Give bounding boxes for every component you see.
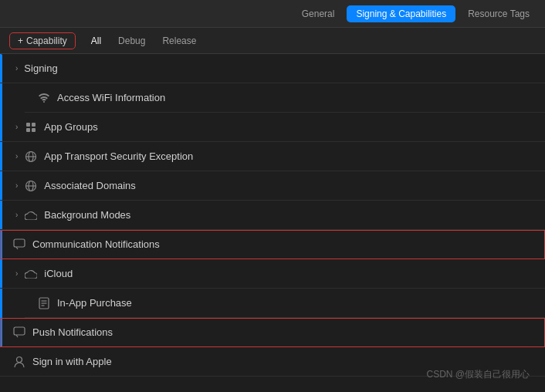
- push-bubble-icon: [12, 326, 26, 340]
- capability-push-notifications[interactable]: Push Notifications: [0, 318, 545, 347]
- capability-app-transport[interactable]: › App Transport Security Exception: [0, 142, 545, 171]
- svg-rect-2: [26, 128, 30, 132]
- filter-bar: + Capability All Debug Release: [0, 28, 545, 54]
- globe2-icon: [24, 179, 38, 193]
- cap-label-communication-notifications: Communication Notifications: [32, 238, 160, 250]
- capability-in-app-purchase[interactable]: In-App Purchase: [25, 289, 545, 318]
- svg-rect-0: [26, 123, 30, 127]
- cap-label-push-notifications: Push Notifications: [32, 326, 113, 338]
- bubble-icon: [12, 238, 26, 252]
- tab-resource-tags[interactable]: Resource Tags: [459, 5, 539, 22]
- cap-label-app-groups: App Groups: [44, 121, 97, 133]
- top-bar: General Signing & Capabilities Resource …: [0, 0, 545, 28]
- cap-label-associated-domains: Associated Domains: [44, 180, 136, 191]
- plus-icon: +: [18, 35, 23, 46]
- filter-debug[interactable]: Debug: [110, 33, 153, 49]
- chevron-icon: ›: [15, 269, 18, 278]
- svg-rect-15: [14, 327, 25, 335]
- cap-label-access-wifi: Access WiFi Information: [57, 92, 165, 103]
- icloud-icon: [24, 267, 38, 281]
- cap-label-sign-in-apple: Sign in with Apple: [32, 356, 112, 367]
- capability-communication-notifications[interactable]: Communication Notifications: [0, 230, 545, 259]
- cap-label-app-transport: App Transport Security Exception: [44, 150, 193, 162]
- capability-access-wifi[interactable]: Access WiFi Information: [25, 83, 545, 113]
- chevron-icon: ›: [15, 181, 18, 190]
- capability-icloud[interactable]: › iCloud: [0, 259, 545, 289]
- add-capability-label: Capability: [26, 35, 67, 46]
- cap-label-signing: Signing: [24, 63, 57, 74]
- capability-signing[interactable]: › Signing: [0, 54, 545, 83]
- capability-background-modes[interactable]: › Background Modes: [0, 201, 545, 230]
- chevron-icon: ›: [15, 152, 18, 161]
- chevron-icon: ›: [15, 64, 18, 73]
- filter-release[interactable]: Release: [154, 33, 204, 49]
- svg-rect-3: [32, 128, 36, 132]
- capability-app-groups[interactable]: › App Groups: [0, 113, 545, 142]
- capability-associated-domains[interactable]: › Associated Domains: [0, 171, 545, 201]
- chevron-icon: ›: [15, 123, 18, 131]
- chevron-icon: ›: [15, 211, 18, 219]
- wifi-icon: [37, 91, 51, 105]
- svg-point-16: [17, 357, 22, 362]
- svg-rect-1: [32, 123, 36, 127]
- filter-tabs: All Debug Release: [83, 33, 205, 49]
- cap-label-icloud: iCloud: [44, 268, 73, 279]
- watermark: CSDN @假装自己很用心: [426, 368, 530, 381]
- receipt-icon: [37, 296, 51, 310]
- grid-icon: [24, 120, 38, 134]
- svg-rect-10: [14, 239, 25, 247]
- filter-all[interactable]: All: [83, 33, 109, 49]
- tab-general[interactable]: General: [293, 5, 344, 22]
- tab-signing-capabilities[interactable]: Signing & Capabilities: [347, 5, 455, 22]
- cap-label-in-app-purchase: In-App Purchase: [57, 297, 132, 309]
- add-capability-button[interactable]: + Capability: [9, 32, 76, 49]
- globe-icon: [24, 150, 38, 164]
- cap-label-background-modes: Background Modes: [44, 209, 130, 221]
- cloud-icon: [24, 208, 38, 222]
- capabilities-list: › Signing Access WiFi Information › App …: [0, 54, 545, 392]
- person-icon: [12, 355, 26, 369]
